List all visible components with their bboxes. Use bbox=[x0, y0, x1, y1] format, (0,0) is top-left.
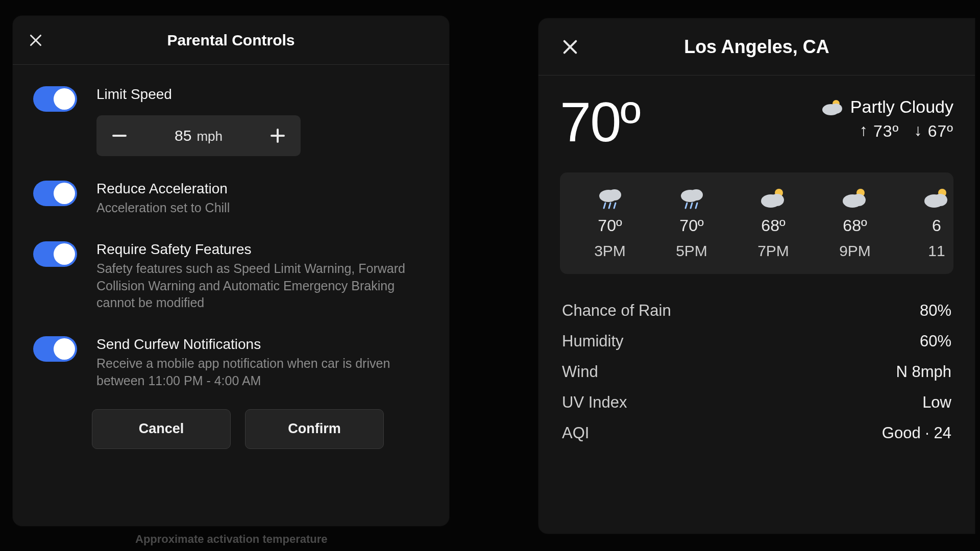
svg-line-12 bbox=[696, 203, 697, 208]
stat-wind-value: N 8mph bbox=[896, 363, 951, 381]
stat-uv-label: UV Index bbox=[562, 393, 627, 412]
hi-lo: ↑ 73º ↓ 67º bbox=[822, 122, 953, 141]
svg-point-15 bbox=[770, 194, 784, 206]
stat-wind: Wind N 8mph bbox=[562, 357, 951, 387]
limit-speed-row: Limit Speed 85 mph bbox=[33, 85, 430, 156]
forecast-temp: 68º bbox=[843, 216, 867, 235]
curfew-desc: Receive a mobile app notification when c… bbox=[96, 355, 408, 390]
forecast-time: 9PM bbox=[839, 242, 871, 260]
parental-header: Parental Controls bbox=[13, 16, 449, 65]
stat-wind-label: Wind bbox=[562, 363, 598, 381]
stat-aqi-value: Good · 24 bbox=[882, 424, 951, 442]
parental-controls-panel: Parental Controls Limit Speed 85 mph bbox=[13, 16, 449, 526]
current-conditions: 70º Partly Cloudy ↑ bbox=[560, 94, 953, 150]
curfew-toggle[interactable] bbox=[33, 336, 77, 362]
reduce-accel-toggle[interactable] bbox=[33, 181, 77, 206]
curfew-label: Send Curfew Notifications bbox=[96, 335, 430, 353]
condition-line: Partly Cloudy bbox=[822, 97, 953, 117]
forecast-temp: 6 bbox=[932, 216, 941, 235]
forecast-time: 5PM bbox=[676, 242, 707, 260]
speed-decrement-button[interactable] bbox=[107, 123, 132, 148]
close-icon[interactable] bbox=[560, 37, 580, 57]
rain-icon bbox=[678, 187, 705, 209]
condition-text: Partly Cloudy bbox=[850, 97, 953, 117]
limit-speed-label: Limit Speed bbox=[96, 85, 430, 103]
svg-line-5 bbox=[604, 203, 605, 208]
speed-increment-button[interactable] bbox=[265, 123, 290, 148]
stat-rain-label: Chance of Rain bbox=[562, 302, 671, 320]
forecast-item: 70º5PM bbox=[651, 187, 732, 260]
forecast-temp: 70º bbox=[598, 216, 622, 235]
limit-speed-toggle[interactable] bbox=[33, 86, 77, 112]
svg-point-18 bbox=[851, 194, 866, 206]
cancel-button[interactable]: Cancel bbox=[92, 409, 231, 449]
partly-cloudy-icon bbox=[822, 98, 843, 116]
stat-aqi-label: AQI bbox=[562, 424, 589, 442]
footer-caption: Approximate activation temperature bbox=[135, 533, 328, 546]
forecast-item: 68º7PM bbox=[732, 187, 814, 260]
forecast-time: 7PM bbox=[757, 242, 789, 260]
curfew-row: Send Curfew Notifications Receive a mobi… bbox=[33, 335, 430, 390]
forecast-temp: 70º bbox=[679, 216, 703, 235]
stat-uv-value: Low bbox=[922, 393, 951, 412]
weather-panel: Los Angeles, CA 70º Partly Cloudy bbox=[538, 18, 975, 534]
forecast-item: 68º9PM bbox=[814, 187, 896, 260]
reduce-accel-label: Reduce Acceleration bbox=[96, 180, 430, 197]
weather-location: Los Angeles, CA bbox=[538, 36, 975, 58]
forecast-time: 3PM bbox=[594, 242, 626, 260]
stat-humidity-label: Humidity bbox=[562, 332, 624, 350]
stat-humidity-value: 60% bbox=[920, 332, 951, 350]
forecast-temp: 68º bbox=[761, 216, 785, 235]
arrow-down-icon: ↓ bbox=[914, 121, 923, 140]
close-icon[interactable] bbox=[27, 32, 44, 49]
forecast-item: 70º3PM bbox=[569, 187, 651, 260]
current-temperature: 70º bbox=[560, 94, 640, 150]
parental-title: Parental Controls bbox=[13, 32, 449, 49]
minus-icon bbox=[112, 135, 127, 137]
weather-stats: Chance of Rain 80% Humidity 60% Wind N 8… bbox=[560, 295, 953, 448]
parental-actions: Cancel Confirm bbox=[33, 409, 430, 449]
partly-cloudy-icon bbox=[923, 187, 950, 209]
reduce-accel-row: Reduce Acceleration Acceleration set to … bbox=[33, 180, 430, 217]
plus-icon bbox=[271, 129, 285, 143]
forecast-item: 611 bbox=[896, 187, 953, 260]
svg-point-9 bbox=[690, 189, 703, 201]
safety-row: Require Safety Features Safety features … bbox=[33, 240, 430, 312]
speed-value: 85 mph bbox=[175, 127, 223, 144]
stat-uv: UV Index Low bbox=[562, 387, 951, 418]
reduce-accel-desc: Acceleration set to Chill bbox=[96, 199, 408, 217]
svg-line-10 bbox=[685, 203, 687, 208]
svg-point-4 bbox=[608, 189, 621, 201]
speed-unit: mph bbox=[197, 129, 223, 144]
hourly-forecast[interactable]: 70º3PM70º5PM68º7PM68º9PM611 bbox=[560, 172, 953, 274]
forecast-time: 11 bbox=[928, 242, 945, 260]
partly-cloudy-icon bbox=[760, 187, 787, 209]
weather-header: Los Angeles, CA bbox=[538, 18, 975, 76]
svg-line-11 bbox=[691, 203, 692, 208]
arrow-up-icon: ↑ bbox=[860, 121, 868, 140]
safety-desc: Safety features such as Speed Limit Warn… bbox=[96, 260, 408, 312]
svg-point-2 bbox=[830, 104, 842, 114]
high-temp: 73º bbox=[873, 122, 899, 140]
stat-aqi: AQI Good · 24 bbox=[562, 418, 951, 448]
stat-humidity: Humidity 60% bbox=[562, 326, 951, 357]
safety-toggle[interactable] bbox=[33, 241, 77, 267]
rain-icon bbox=[596, 187, 624, 209]
svg-point-21 bbox=[933, 194, 947, 206]
speed-number: 85 bbox=[175, 127, 191, 144]
confirm-button[interactable]: Confirm bbox=[245, 409, 384, 449]
low-temp: 67º bbox=[928, 122, 953, 140]
svg-line-7 bbox=[614, 203, 616, 208]
safety-label: Require Safety Features bbox=[96, 240, 430, 258]
stat-rain-value: 80% bbox=[920, 302, 951, 320]
partly-cloudy-icon bbox=[841, 187, 869, 209]
stat-rain: Chance of Rain 80% bbox=[562, 295, 951, 326]
svg-line-6 bbox=[609, 203, 610, 208]
speed-stepper: 85 mph bbox=[96, 115, 301, 156]
